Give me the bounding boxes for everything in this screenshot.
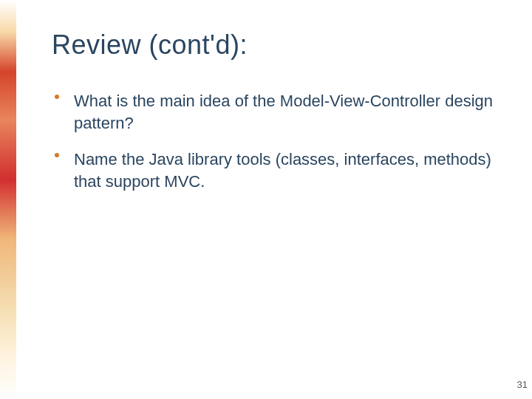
list-item: What is the main idea of the Model-View-… [52,90,495,134]
list-item: Name the Java library tools (classes, in… [52,149,495,192]
slide-title: Review (cont'd): [52,30,495,61]
bullet-list: What is the main idea of the Model-View-… [52,90,495,193]
svg-rect-0 [0,0,16,399]
bullet-text: Name the Java library tools (classes, in… [74,150,491,191]
page-number: 31 [517,379,528,390]
bullet-text: What is the main idea of the Model-View-… [74,92,493,132]
bullet-icon [55,153,59,157]
bullet-icon [55,95,59,99]
decorative-side-stripe [0,0,16,399]
slide-content: Review (cont'd): What is the main idea o… [52,30,495,208]
